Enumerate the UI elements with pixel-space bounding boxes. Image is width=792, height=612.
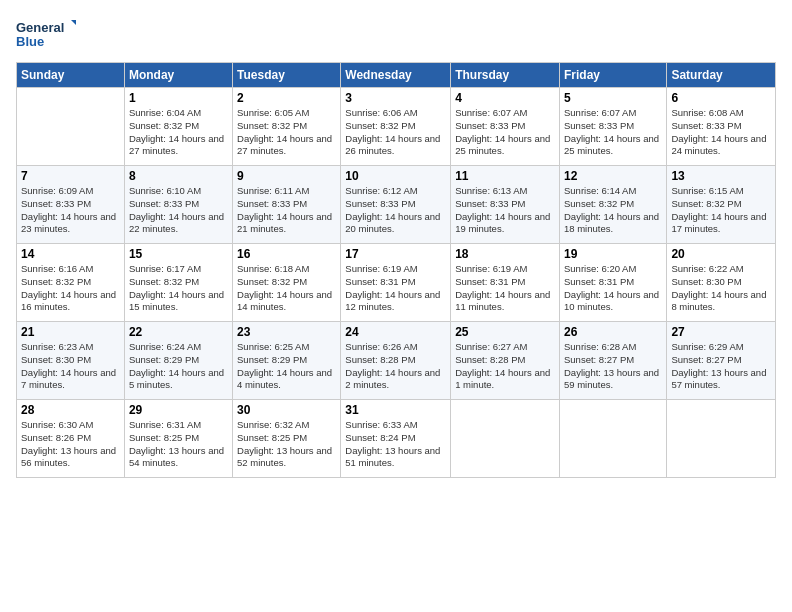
day-info: Sunrise: 6:08 AM Sunset: 8:33 PM Dayligh… <box>671 107 771 158</box>
calendar-cell: 21Sunrise: 6:23 AM Sunset: 8:30 PM Dayli… <box>17 322 125 400</box>
calendar-cell: 27Sunrise: 6:29 AM Sunset: 8:27 PM Dayli… <box>667 322 776 400</box>
calendar-cell: 6Sunrise: 6:08 AM Sunset: 8:33 PM Daylig… <box>667 88 776 166</box>
logo: General Blue <box>16 16 76 52</box>
day-info: Sunrise: 6:10 AM Sunset: 8:33 PM Dayligh… <box>129 185 228 236</box>
day-info: Sunrise: 6:04 AM Sunset: 8:32 PM Dayligh… <box>129 107 228 158</box>
day-number: 25 <box>455 325 555 339</box>
day-info: Sunrise: 6:20 AM Sunset: 8:31 PM Dayligh… <box>564 263 662 314</box>
day-info: Sunrise: 6:33 AM Sunset: 8:24 PM Dayligh… <box>345 419 446 470</box>
calendar-cell: 26Sunrise: 6:28 AM Sunset: 8:27 PM Dayli… <box>559 322 666 400</box>
day-number: 27 <box>671 325 771 339</box>
calendar-cell: 3Sunrise: 6:06 AM Sunset: 8:32 PM Daylig… <box>341 88 451 166</box>
svg-text:Blue: Blue <box>16 34 44 49</box>
day-number: 28 <box>21 403 120 417</box>
calendar-cell: 22Sunrise: 6:24 AM Sunset: 8:29 PM Dayli… <box>124 322 232 400</box>
day-info: Sunrise: 6:27 AM Sunset: 8:28 PM Dayligh… <box>455 341 555 392</box>
calendar-cell: 23Sunrise: 6:25 AM Sunset: 8:29 PM Dayli… <box>233 322 341 400</box>
calendar-cell: 13Sunrise: 6:15 AM Sunset: 8:32 PM Dayli… <box>667 166 776 244</box>
day-number: 21 <box>21 325 120 339</box>
day-info: Sunrise: 6:26 AM Sunset: 8:28 PM Dayligh… <box>345 341 446 392</box>
day-info: Sunrise: 6:28 AM Sunset: 8:27 PM Dayligh… <box>564 341 662 392</box>
header: General Blue <box>16 16 776 52</box>
day-info: Sunrise: 6:15 AM Sunset: 8:32 PM Dayligh… <box>671 185 771 236</box>
day-info: Sunrise: 6:11 AM Sunset: 8:33 PM Dayligh… <box>237 185 336 236</box>
day-number: 23 <box>237 325 336 339</box>
calendar-cell: 29Sunrise: 6:31 AM Sunset: 8:25 PM Dayli… <box>124 400 232 478</box>
day-number: 13 <box>671 169 771 183</box>
svg-marker-2 <box>71 20 76 29</box>
day-number: 19 <box>564 247 662 261</box>
day-info: Sunrise: 6:19 AM Sunset: 8:31 PM Dayligh… <box>345 263 446 314</box>
day-number: 30 <box>237 403 336 417</box>
col-header-monday: Monday <box>124 63 232 88</box>
week-row-3: 14Sunrise: 6:16 AM Sunset: 8:32 PM Dayli… <box>17 244 776 322</box>
day-info: Sunrise: 6:09 AM Sunset: 8:33 PM Dayligh… <box>21 185 120 236</box>
day-info: Sunrise: 6:32 AM Sunset: 8:25 PM Dayligh… <box>237 419 336 470</box>
col-header-friday: Friday <box>559 63 666 88</box>
day-number: 14 <box>21 247 120 261</box>
day-info: Sunrise: 6:24 AM Sunset: 8:29 PM Dayligh… <box>129 341 228 392</box>
day-number: 29 <box>129 403 228 417</box>
col-header-wednesday: Wednesday <box>341 63 451 88</box>
calendar-cell: 19Sunrise: 6:20 AM Sunset: 8:31 PM Dayli… <box>559 244 666 322</box>
calendar-cell: 30Sunrise: 6:32 AM Sunset: 8:25 PM Dayli… <box>233 400 341 478</box>
calendar-cell: 18Sunrise: 6:19 AM Sunset: 8:31 PM Dayli… <box>451 244 560 322</box>
calendar-cell: 9Sunrise: 6:11 AM Sunset: 8:33 PM Daylig… <box>233 166 341 244</box>
day-number: 6 <box>671 91 771 105</box>
header-row: SundayMondayTuesdayWednesdayThursdayFrid… <box>17 63 776 88</box>
calendar-cell: 17Sunrise: 6:19 AM Sunset: 8:31 PM Dayli… <box>341 244 451 322</box>
calendar-cell: 2Sunrise: 6:05 AM Sunset: 8:32 PM Daylig… <box>233 88 341 166</box>
day-number: 31 <box>345 403 446 417</box>
week-row-2: 7Sunrise: 6:09 AM Sunset: 8:33 PM Daylig… <box>17 166 776 244</box>
day-number: 4 <box>455 91 555 105</box>
day-info: Sunrise: 6:31 AM Sunset: 8:25 PM Dayligh… <box>129 419 228 470</box>
day-info: Sunrise: 6:06 AM Sunset: 8:32 PM Dayligh… <box>345 107 446 158</box>
day-info: Sunrise: 6:07 AM Sunset: 8:33 PM Dayligh… <box>564 107 662 158</box>
col-header-thursday: Thursday <box>451 63 560 88</box>
calendar-cell: 11Sunrise: 6:13 AM Sunset: 8:33 PM Dayli… <box>451 166 560 244</box>
week-row-4: 21Sunrise: 6:23 AM Sunset: 8:30 PM Dayli… <box>17 322 776 400</box>
col-header-sunday: Sunday <box>17 63 125 88</box>
col-header-tuesday: Tuesday <box>233 63 341 88</box>
calendar-cell: 16Sunrise: 6:18 AM Sunset: 8:32 PM Dayli… <box>233 244 341 322</box>
day-number: 9 <box>237 169 336 183</box>
day-number: 2 <box>237 91 336 105</box>
day-number: 8 <box>129 169 228 183</box>
page-container: General Blue SundayMondayTuesdayWednesda… <box>0 0 792 486</box>
day-info: Sunrise: 6:19 AM Sunset: 8:31 PM Dayligh… <box>455 263 555 314</box>
day-info: Sunrise: 6:23 AM Sunset: 8:30 PM Dayligh… <box>21 341 120 392</box>
calendar-cell: 15Sunrise: 6:17 AM Sunset: 8:32 PM Dayli… <box>124 244 232 322</box>
calendar-cell: 10Sunrise: 6:12 AM Sunset: 8:33 PM Dayli… <box>341 166 451 244</box>
calendar-cell: 8Sunrise: 6:10 AM Sunset: 8:33 PM Daylig… <box>124 166 232 244</box>
svg-text:General: General <box>16 20 64 35</box>
day-number: 5 <box>564 91 662 105</box>
day-number: 20 <box>671 247 771 261</box>
calendar-cell <box>559 400 666 478</box>
logo-svg: General Blue <box>16 16 76 52</box>
day-info: Sunrise: 6:16 AM Sunset: 8:32 PM Dayligh… <box>21 263 120 314</box>
day-info: Sunrise: 6:29 AM Sunset: 8:27 PM Dayligh… <box>671 341 771 392</box>
day-info: Sunrise: 6:07 AM Sunset: 8:33 PM Dayligh… <box>455 107 555 158</box>
day-info: Sunrise: 6:25 AM Sunset: 8:29 PM Dayligh… <box>237 341 336 392</box>
day-info: Sunrise: 6:05 AM Sunset: 8:32 PM Dayligh… <box>237 107 336 158</box>
col-header-saturday: Saturday <box>667 63 776 88</box>
day-number: 24 <box>345 325 446 339</box>
calendar-cell <box>17 88 125 166</box>
day-number: 11 <box>455 169 555 183</box>
calendar-cell: 14Sunrise: 6:16 AM Sunset: 8:32 PM Dayli… <box>17 244 125 322</box>
day-number: 17 <box>345 247 446 261</box>
calendar-cell: 28Sunrise: 6:30 AM Sunset: 8:26 PM Dayli… <box>17 400 125 478</box>
day-info: Sunrise: 6:18 AM Sunset: 8:32 PM Dayligh… <box>237 263 336 314</box>
calendar-cell: 31Sunrise: 6:33 AM Sunset: 8:24 PM Dayli… <box>341 400 451 478</box>
calendar-cell: 1Sunrise: 6:04 AM Sunset: 8:32 PM Daylig… <box>124 88 232 166</box>
calendar-cell: 7Sunrise: 6:09 AM Sunset: 8:33 PM Daylig… <box>17 166 125 244</box>
calendar-cell: 20Sunrise: 6:22 AM Sunset: 8:30 PM Dayli… <box>667 244 776 322</box>
day-number: 18 <box>455 247 555 261</box>
calendar-cell: 12Sunrise: 6:14 AM Sunset: 8:32 PM Dayli… <box>559 166 666 244</box>
day-info: Sunrise: 6:14 AM Sunset: 8:32 PM Dayligh… <box>564 185 662 236</box>
week-row-1: 1Sunrise: 6:04 AM Sunset: 8:32 PM Daylig… <box>17 88 776 166</box>
day-number: 22 <box>129 325 228 339</box>
day-info: Sunrise: 6:12 AM Sunset: 8:33 PM Dayligh… <box>345 185 446 236</box>
calendar-cell: 5Sunrise: 6:07 AM Sunset: 8:33 PM Daylig… <box>559 88 666 166</box>
day-number: 10 <box>345 169 446 183</box>
